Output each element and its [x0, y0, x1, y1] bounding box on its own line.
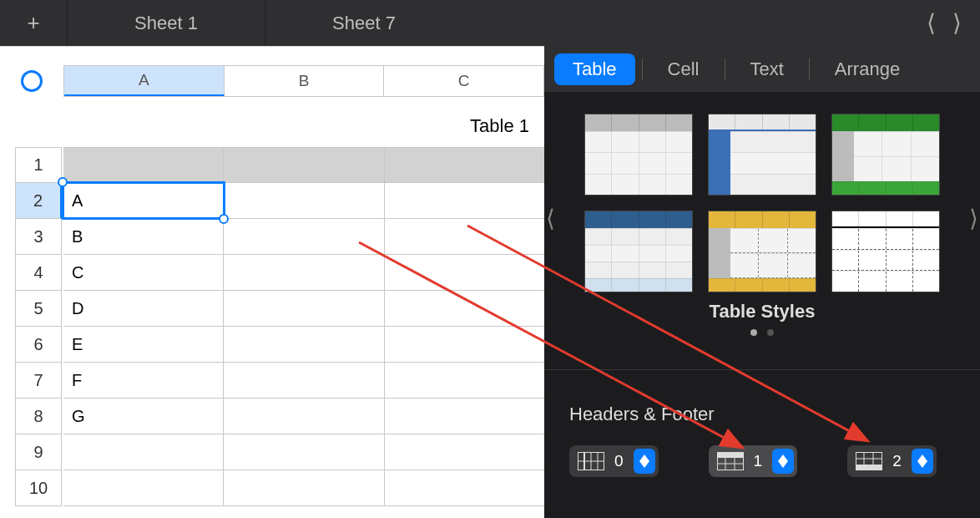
- footer-rows-stepper[interactable]: 2: [847, 445, 937, 477]
- sheet-tab-7[interactable]: Sheet 7: [265, 0, 462, 46]
- svg-marker-13: [778, 461, 788, 468]
- row-header-6[interactable]: 6: [15, 327, 62, 363]
- footer-rows-icon: [856, 452, 882, 470]
- svg-marker-12: [778, 455, 788, 461]
- header-columns-stepper[interactable]: 0: [569, 445, 659, 477]
- header-columns-value: 0: [609, 452, 629, 470]
- format-inspector: Table Cell Text Arrange ⟨ ⟩: [544, 46, 980, 518]
- tab-arrange[interactable]: Arrange: [816, 53, 918, 85]
- svg-marker-19: [917, 455, 927, 461]
- stepper-icon[interactable]: [634, 449, 655, 474]
- tab-table[interactable]: Table: [554, 53, 635, 85]
- header-rows-value: 1: [749, 452, 768, 470]
- cell-a5[interactable]: D: [63, 291, 224, 326]
- table-styles-section: ⟨ ⟩: [544, 92, 980, 344]
- column-header-a[interactable]: A: [64, 66, 225, 96]
- selection-handle-icon[interactable]: [58, 177, 68, 187]
- sheet-tab-bar: + Sheet 1 Sheet 7 ⟨ ⟩: [0, 0, 980, 46]
- table-style-grey[interactable]: [584, 114, 693, 196]
- header-rows-stepper[interactable]: 1: [709, 445, 798, 477]
- sheet-nav: ⟨ ⟩: [918, 0, 980, 46]
- sheet-prev-icon[interactable]: ⟨: [918, 9, 944, 37]
- inspector-tabs: Table Cell Text Arrange: [544, 46, 980, 92]
- svg-rect-15: [856, 465, 882, 470]
- table-style-gold[interactable]: [708, 211, 816, 292]
- dot-icon: [750, 329, 757, 336]
- svg-marker-5: [639, 455, 649, 461]
- row-header-3[interactable]: 3: [15, 219, 62, 255]
- row-header-5[interactable]: 5: [15, 291, 62, 327]
- sheet-next-icon[interactable]: ⟩: [944, 9, 970, 37]
- svg-marker-6: [639, 461, 649, 468]
- row-header-4[interactable]: 4: [15, 255, 62, 291]
- tab-text[interactable]: Text: [732, 53, 802, 85]
- row-header-2[interactable]: 2: [15, 183, 62, 219]
- header-rows-icon: [717, 452, 744, 470]
- cell-a3[interactable]: B: [63, 219, 224, 254]
- column-header-b[interactable]: B: [225, 66, 385, 96]
- styles-prev-icon[interactable]: ⟨: [546, 205, 555, 232]
- cell-grid[interactable]: A B C D E F G: [63, 147, 544, 506]
- tab-cell[interactable]: Cell: [649, 53, 718, 85]
- add-sheet-button[interactable]: +: [0, 0, 67, 46]
- row-header-7[interactable]: 7: [15, 363, 62, 399]
- styles-next-icon[interactable]: ⟩: [969, 205, 978, 232]
- table-style-green[interactable]: [831, 114, 940, 196]
- cell-a8[interactable]: G: [63, 399, 224, 434]
- headers-footer-label: Headers & Footer: [569, 404, 955, 425]
- stepper-icon[interactable]: [772, 449, 794, 474]
- row-header-10[interactable]: 10: [15, 470, 62, 506]
- table-style-blue[interactable]: [708, 114, 816, 196]
- cell-a7[interactable]: F: [63, 363, 224, 398]
- sheet-tab-1[interactable]: Sheet 1: [67, 0, 265, 46]
- stepper-icon[interactable]: [912, 449, 933, 474]
- cell-value: A: [72, 191, 83, 211]
- header-columns-icon: [578, 452, 604, 470]
- footer-rows-value: 2: [887, 452, 907, 470]
- cell-a6[interactable]: E: [63, 327, 224, 362]
- svg-marker-20: [917, 461, 927, 468]
- svg-rect-8: [717, 452, 744, 458]
- table-style-outline[interactable]: [831, 211, 940, 292]
- headers-footer-section: Headers & Footer 0 1: [544, 369, 980, 477]
- row-headers: 1 2 3 4 5 6 7 8 9 10: [0, 147, 63, 506]
- table-select-handle[interactable]: [0, 65, 63, 97]
- row-header-9[interactable]: 9: [15, 434, 62, 470]
- cell-a4[interactable]: C: [63, 255, 224, 290]
- table-styles-label: Table Styles: [556, 301, 968, 322]
- circle-icon: [21, 70, 43, 92]
- row-header-1[interactable]: 1: [15, 147, 62, 183]
- dot-icon: [767, 329, 774, 336]
- styles-page-dots[interactable]: [556, 329, 968, 336]
- table-title[interactable]: Table 1: [0, 97, 544, 147]
- spreadsheet: A B C Table 1 1 2 3 4 5 6 7 8 9 10: [0, 46, 544, 518]
- column-header-c[interactable]: C: [384, 66, 543, 96]
- row-header-8[interactable]: 8: [15, 399, 62, 434]
- table-style-navy[interactable]: [584, 211, 693, 292]
- column-headers: A B C: [63, 65, 544, 97]
- cell-a2[interactable]: A: [63, 183, 224, 218]
